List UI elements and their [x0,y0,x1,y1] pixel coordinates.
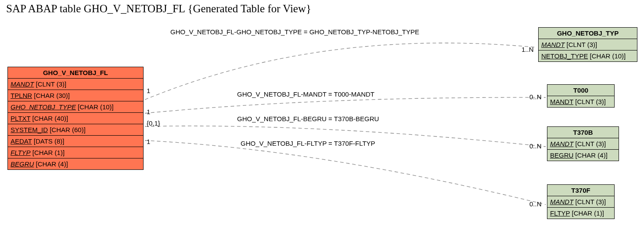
entity-header: GHO_NETOBJ_TYP [539,28,637,39]
field-type: [CHAR (1)] [31,149,65,156]
entity-field: TPLNR [CHAR (30)] [8,90,143,101]
field-name: BEGRU [550,151,573,159]
field-name: TPLNR [11,92,32,99]
relation-label-1: GHO_V_NETOBJ_FL-MANDT = T000-MANDT [237,90,374,98]
entity-gho-v-netobj-fl: GHO_V_NETOBJ_FL MANDT [CLNT (3)]TPLNR [C… [7,67,144,170]
field-type: [CHAR (40)] [30,115,68,122]
page-title: SAP ABAP table GHO_V_NETOBJ_FL {Generate… [6,3,311,15]
entity-field: MANDT [CLNT (3)] [8,79,143,90]
field-type: [CHAR (1)] [570,209,604,217]
cardinality-left-1: 1 [147,108,150,115]
relation-label-2: GHO_V_NETOBJ_FL-BEGRU = T370B-BEGRU [237,115,379,122]
entity-header: T000 [547,85,614,96]
field-name: SYSTEM_ID [11,126,48,133]
field-type: [CHAR (4)] [34,160,68,168]
entity-field: FLTYP [CHAR (1)] [547,208,614,219]
cardinality-left-0: 1 [147,87,150,94]
cardinality-right-3: 0..N [529,200,542,208]
entity-field: BEGRU [CHAR (4)] [547,150,619,161]
field-name: NETOBJ_TYPE [541,52,588,60]
entity-field: MANDT [CLNT (3)] [547,138,619,150]
field-type: [CLNT (3)] [573,140,606,147]
field-name: MANDT [550,140,573,147]
entity-field: FLTYP [CHAR (1)] [8,147,143,158]
entity-field: MANDT [CLNT (3)] [539,39,637,50]
entity-field: MANDT [CLNT (3)] [547,196,614,208]
entity-t370f: T370F MANDT [CLNT (3)]FLTYP [CHAR (1)] [547,184,615,219]
field-name: AEDAT [11,137,32,145]
field-name: GHO_NETOBJ_TYPE [11,103,76,111]
entity-field: NETOBJ_TYPE [CHAR (10)] [539,50,637,61]
field-type: [CHAR (10)] [76,103,114,111]
field-name: FLTYP [550,209,570,217]
field-type: [CLNT (3)] [34,80,66,88]
entity-header: T370B [547,127,619,138]
field-name: MANDT [550,198,573,205]
field-type: [CLNT (3)] [573,198,606,205]
field-type: [CLNT (3)] [565,41,597,48]
cardinality-right-2: 0..N [529,142,542,150]
cardinality-right-1: 0..N [529,93,542,101]
field-name: BEGRU [11,160,34,168]
field-type: [CHAR (60)] [48,126,86,133]
field-name: MANDT [11,80,34,88]
entity-header: GHO_V_NETOBJ_FL [8,67,143,79]
entity-field: AEDAT [DATS (8)] [8,136,143,147]
entity-header: T370F [547,185,614,196]
field-type: [CHAR (10)] [588,52,626,60]
cardinality-right-0: 1..N [522,46,534,53]
field-type: [CHAR (30)] [32,92,70,99]
relation-label-3: GHO_V_NETOBJ_FL-FLTYP = T370F-FLTYP [241,140,375,147]
field-name: MANDT [541,41,565,48]
entity-field: BEGRU [CHAR (4)] [8,158,143,169]
cardinality-left-3: 1 [147,138,150,145]
entity-t000: T000 MANDT [CLNT (3)] [547,84,615,108]
entity-field: SYSTEM_ID [CHAR (60)] [8,124,143,136]
entity-field: MANDT [CLNT (3)] [547,96,614,107]
field-name: MANDT [550,98,573,105]
field-name: FLTYP [11,149,31,156]
relation-label-0: GHO_V_NETOBJ_FL-GHO_NETOBJ_TYPE = GHO_NE… [170,28,419,36]
field-type: [DATS (8)] [32,137,65,145]
field-type: [CLNT (3)] [573,98,606,105]
entity-t370b: T370B MANDT [CLNT (3)]BEGRU [CHAR (4)] [547,126,619,161]
cardinality-left-2: {0,1} [147,119,160,127]
entity-field: PLTXT [CHAR (40)] [8,113,143,124]
field-type: [CHAR (4)] [573,151,608,159]
entity-gho-netobj-typ: GHO_NETOBJ_TYP MANDT [CLNT (3)]NETOBJ_TY… [538,27,637,62]
entity-field: GHO_NETOBJ_TYPE [CHAR (10)] [8,101,143,113]
field-name: PLTXT [11,115,30,122]
